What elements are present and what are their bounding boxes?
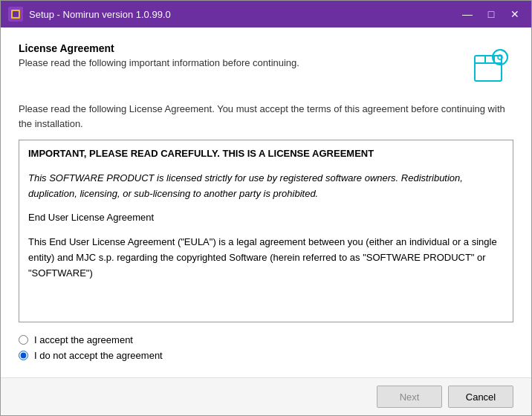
decline-radio[interactable] xyxy=(19,351,28,360)
window-title: Setup - Nomirun version 1.0.99.0 xyxy=(29,9,458,20)
maximize-button[interactable]: □ xyxy=(482,5,500,23)
setup-window: Setup - Nomirun version 1.0.99.0 — □ ✕ L… xyxy=(0,0,532,416)
cancel-button[interactable]: Cancel xyxy=(448,386,513,408)
license-para2: This SOFTWARE PRODUCT is licensed strict… xyxy=(28,171,504,202)
next-button[interactable]: Next xyxy=(377,386,442,408)
page-title: License Agreement xyxy=(19,42,454,54)
minimize-button[interactable]: — xyxy=(458,5,476,23)
title-bar: Setup - Nomirun version 1.0.99.0 — □ ✕ xyxy=(1,1,531,27)
decline-label: I do not accept the agreement xyxy=(34,350,163,361)
main-content: License Agreement Please read the follow… xyxy=(1,27,531,415)
license-text-area[interactable]: IMPORTANT, PLEASE READ CAREFULLY. THIS I… xyxy=(19,140,513,322)
window-controls: — □ ✕ xyxy=(458,5,524,23)
accept-radio-label[interactable]: I accept the agreement xyxy=(19,334,513,345)
footer: Next Cancel xyxy=(1,377,531,415)
header-text: License Agreement Please read the follow… xyxy=(19,42,454,68)
radio-group: I accept the agreement I do not accept t… xyxy=(19,334,513,365)
decline-radio-label[interactable]: I do not accept the agreement xyxy=(19,350,513,361)
svg-rect-1 xyxy=(13,11,19,17)
accept-label: I accept the agreement xyxy=(34,334,133,345)
svg-rect-2 xyxy=(475,56,502,81)
package-icon xyxy=(466,42,513,90)
accept-radio[interactable] xyxy=(19,335,28,345)
app-icon xyxy=(8,7,23,22)
license-para4: This End User License Agreement ("EULA")… xyxy=(28,235,504,281)
page-subtitle: Please read the following important info… xyxy=(19,57,454,68)
license-title: IMPORTANT, PLEASE READ CAREFULLY. THIS I… xyxy=(28,146,504,162)
header-row: License Agreement Please read the follow… xyxy=(19,42,513,90)
license-para3: End User License Agreement xyxy=(28,210,504,226)
close-button[interactable]: ✕ xyxy=(506,5,524,23)
description-text: Please read the following License Agreem… xyxy=(19,102,513,131)
